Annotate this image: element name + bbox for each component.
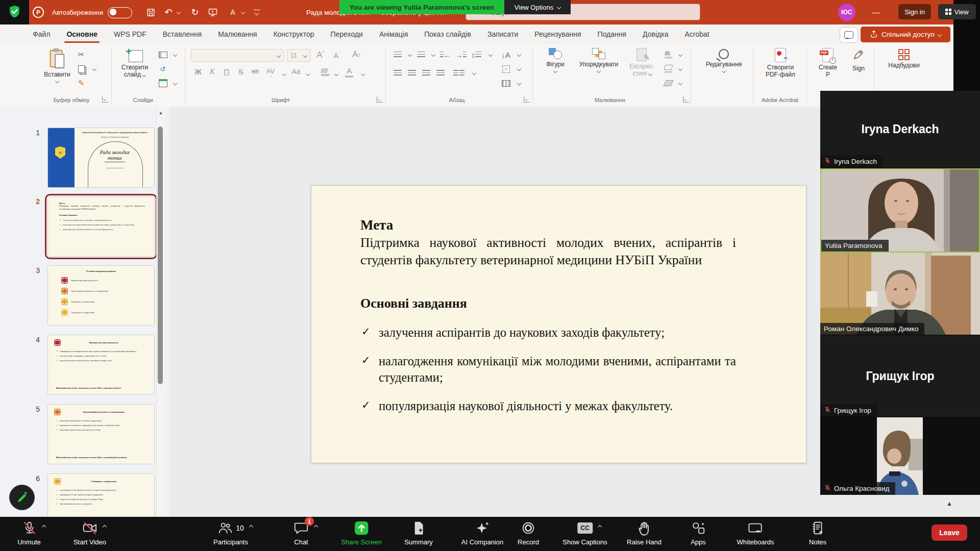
tab-вставлення[interactable]: Вставлення xyxy=(155,24,210,44)
toolbar-item-raise-hand[interactable]: Raise Hand xyxy=(627,520,662,546)
toolbar-item-unmute[interactable]: Unmute xyxy=(17,520,41,546)
shape-outline-icon[interactable] xyxy=(663,63,674,74)
shape-effects-chevron-icon[interactable] xyxy=(675,78,686,89)
tab-показ-слайдів[interactable]: Показ слайдів xyxy=(416,24,479,44)
leave-button[interactable]: Leave xyxy=(932,524,967,541)
toolbar-chevron-icon[interactable] xyxy=(42,525,46,529)
tab-конструктор[interactable]: Конструктор xyxy=(265,24,323,44)
create-pdf-en-button[interactable]: PDF+ CreateP xyxy=(812,48,844,78)
view-options-dropdown[interactable]: View Options xyxy=(504,0,571,14)
addins-button[interactable]: Надбудови xyxy=(881,49,927,69)
toolbar-overflow-icon[interactable] xyxy=(252,0,261,24)
font-color-icon[interactable]: A xyxy=(227,0,239,24)
tab-файл[interactable]: Файл xyxy=(24,24,58,44)
toolbar-item-participants[interactable]: 10Participants xyxy=(213,520,248,546)
participant-tile-iryna[interactable]: Iryna Derkach Iryna Derkach xyxy=(820,91,980,168)
strikethrough-button[interactable]: S xyxy=(235,67,247,76)
slide-thumbnail-3[interactable]: Основні напрями розвитку Науково-дослідн… xyxy=(47,265,155,325)
align-text-chevron-icon[interactable] xyxy=(513,63,525,74)
slide-thumbnail-1[interactable]: Ψ Національний університет біоресурсів і… xyxy=(47,128,155,188)
slide-layout-icon[interactable] xyxy=(157,49,168,60)
align-right-icon[interactable] xyxy=(421,67,432,79)
font-dialog-launcher-icon[interactable]: ↘ xyxy=(377,96,383,103)
align-center-icon[interactable] xyxy=(406,67,418,79)
section-chevron-icon[interactable] xyxy=(169,78,181,89)
justify-icon[interactable] xyxy=(435,67,446,79)
toolbar-item-ai-companion[interactable]: AI Companion xyxy=(461,520,503,546)
shape-fill-icon[interactable] xyxy=(663,49,674,60)
shape-effects-icon[interactable] xyxy=(663,78,674,89)
slide-thumbnail-6[interactable]: Співпраця з аспірантами налагодження пос… xyxy=(47,473,155,517)
bullets-icon[interactable] xyxy=(392,49,403,60)
text-direction-chevron-icon[interactable] xyxy=(513,49,525,60)
arrange-button[interactable]: Упорядкувати xyxy=(575,48,623,72)
create-pdf-button[interactable]: ∞ СтворитиPDF-файл xyxy=(758,48,802,78)
sign-button[interactable]: Sign xyxy=(845,48,872,72)
strikethrough2-button[interactable]: ab xyxy=(249,67,261,75)
font-color-chevron-icon[interactable] xyxy=(240,0,246,24)
tab-анімація[interactable]: Анімація xyxy=(371,24,416,44)
canvas-scroll-up-icon[interactable]: ▲ xyxy=(944,498,954,509)
present-icon[interactable] xyxy=(206,0,219,24)
shape-fill-chevron-icon[interactable] xyxy=(675,49,686,60)
quick-styles-button[interactable]: ✎ Експрес-стилі xyxy=(626,48,658,77)
grow-font-button[interactable]: A^ xyxy=(314,50,327,60)
shape-outline-chevron-icon[interactable] xyxy=(675,63,686,74)
clear-formatting-button[interactable]: A◊ xyxy=(350,50,362,59)
character-spacing-chevron-icon[interactable] xyxy=(279,68,290,80)
drawing-dialog-launcher-icon[interactable]: ↘ xyxy=(683,96,689,103)
toolbar-item-notes[interactable]: Notes xyxy=(809,520,826,546)
save-icon[interactable] xyxy=(144,0,157,24)
change-case-button[interactable]: Aa xyxy=(290,67,302,76)
toolbar-chevron-icon[interactable] xyxy=(314,525,318,529)
tab-переходи[interactable]: Переходи xyxy=(322,24,371,44)
thumbnails-scrollbar-thumb[interactable] xyxy=(158,127,163,384)
minimize-button[interactable]: — xyxy=(869,4,883,19)
toolbar-chevron-icon[interactable] xyxy=(249,525,253,529)
text-direction-icon[interactable]: ↓A xyxy=(500,49,511,60)
copy-icon[interactable] xyxy=(76,63,87,74)
participant-tile-roman[interactable]: Роман Олександрович Димко xyxy=(820,253,980,335)
tab-wps-pdf[interactable]: WPS PDF xyxy=(106,24,155,44)
slide-thumbnail-5[interactable]: Організаційна діяльність та комунікація … xyxy=(47,404,155,464)
toolbar-item-show-captions[interactable]: CCShow Captions xyxy=(562,520,607,546)
smartart-icon[interactable] xyxy=(500,78,511,89)
participant-tile-yuliia[interactable]: Yuliia Paramonova xyxy=(820,168,980,253)
toolbar-item-start-video[interactable]: Start Video xyxy=(74,520,106,546)
tab-рецензування[interactable]: Рецензування xyxy=(526,24,589,44)
signin-button[interactable]: Sign in xyxy=(898,4,931,19)
account-badge[interactable]: ЮС xyxy=(838,4,855,21)
cut-icon[interactable]: ✂ xyxy=(76,49,87,60)
copy-chevron-icon[interactable] xyxy=(89,63,100,74)
share-document-button[interactable]: Спільний доступ xyxy=(861,27,950,42)
align-text-icon[interactable]: ↕ xyxy=(500,63,511,74)
toolbar-item-apps[interactable]: Apps xyxy=(691,520,706,546)
autosave-toggle[interactable] xyxy=(108,7,132,18)
shrink-font-button[interactable]: Aˇ xyxy=(331,51,343,60)
tab-довідка[interactable]: Довідка xyxy=(634,24,676,44)
paragraph-dialog-launcher-icon[interactable]: ↘ xyxy=(524,96,530,103)
line-spacing-chevron-icon[interactable] xyxy=(485,49,496,60)
undo-icon[interactable]: ↶ xyxy=(162,0,175,24)
numbering-chevron-icon[interactable] xyxy=(428,49,439,60)
format-painter-icon[interactable]: ✎ xyxy=(76,78,87,89)
redo-icon[interactable]: ↻ xyxy=(189,0,201,24)
toolbar-item-share-screen[interactable]: Share Screen xyxy=(341,520,382,546)
numbering-icon[interactable] xyxy=(415,49,427,60)
highlight-color-chevron-icon[interactable] xyxy=(331,68,342,80)
editing-button[interactable]: Редагування xyxy=(698,49,749,72)
toolbar-chevron-icon[interactable] xyxy=(103,525,107,529)
align-left-icon[interactable] xyxy=(392,67,403,79)
font-size-combo[interactable]: 11 xyxy=(287,49,310,62)
participant-tile-olha[interactable]: Ольга Красновид xyxy=(820,417,980,495)
tab-записати[interactable]: Записати xyxy=(479,24,526,44)
toolbar-item-chat[interactable]: 1Chat xyxy=(293,520,309,546)
font-name-combo[interactable] xyxy=(191,49,284,62)
increase-indent-icon[interactable]: → xyxy=(455,49,467,60)
font-color-button[interactable]: A xyxy=(343,66,355,78)
slide-thumbnail-4[interactable]: Науково-дослідна діяльність інформування… xyxy=(47,335,155,395)
highlight-color-icon[interactable] xyxy=(320,66,331,78)
tab-подання[interactable]: Подання xyxy=(590,24,635,44)
undo-chevron-icon[interactable] xyxy=(176,0,182,24)
slide-thumbnail-2[interactable]: Мета Підтримка наукової активності молод… xyxy=(47,196,155,257)
